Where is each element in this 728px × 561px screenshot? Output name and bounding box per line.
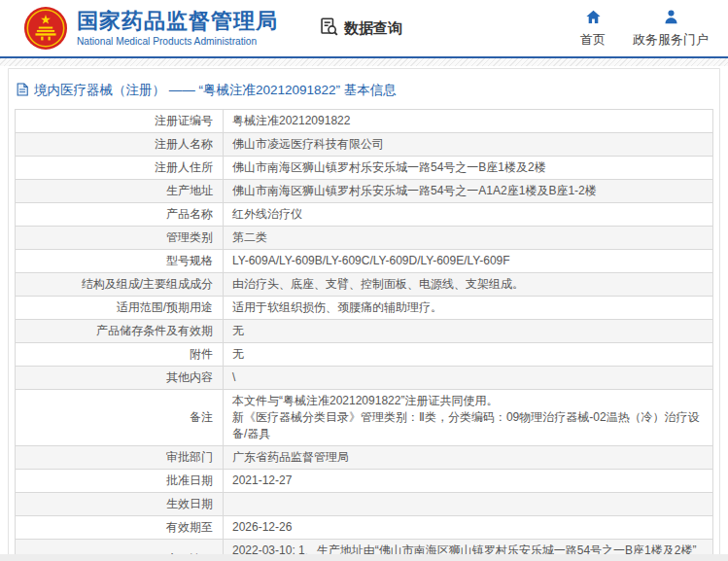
row-label: 注册人名称 (16, 133, 223, 156)
data-query-button[interactable]: 数据查询 (319, 17, 402, 41)
row-label: 审批部门 (16, 446, 223, 469)
row-label: 批准日期 (16, 470, 223, 492)
nav-gov-portal-label: 政务服务门户 (633, 31, 709, 49)
table-row: 产品储存条件及有效期 无 (16, 320, 712, 343)
person-icon (663, 9, 679, 29)
row-value: 广东省药品监督管理局 (223, 446, 712, 469)
row-value: 无 (223, 320, 712, 342)
national-emblem-icon (23, 6, 68, 51)
table-row: 生产地址 佛山市南海区狮山镇罗村乐安乐城一路54号之一A1A2座1楼及B座1-2… (16, 180, 712, 203)
row-label: 适用范围/预期用途 (16, 297, 223, 319)
content-box: 境内医疗器械（注册） —— “粤械注准20212091822” 基本信息 注册证… (8, 68, 720, 561)
row-value: 本文件与“粤械注准20212091822”注册证共同使用。 新《医疗器械分类目录… (223, 390, 712, 445)
table-row: 适用范围/预期用途 适用于软组织损伤、颈腰痛的辅助理疗。 (16, 297, 712, 320)
table-row: 有效期至 2026-12-26 (16, 516, 712, 540)
table-row: 审批部门 广东省药品监督管理局 (16, 446, 712, 470)
data-query-label: 数据查询 (344, 19, 402, 38)
row-value: 佛山市南海区狮山镇罗村乐安乐城一路54号之一A1A2座1楼及B座1-2楼 (223, 180, 712, 202)
row-value: 佛山市南海区狮山镇罗村乐安乐城一路54号之一B座1楼及2楼 (223, 157, 712, 179)
site-header: 国家药品监督管理局 National Medical Products Admi… (0, 0, 728, 58)
row-label: 有效期至 (16, 516, 223, 539)
row-value: 2026-12-26 (223, 516, 712, 539)
table-row: 注册人住所 佛山市南海区狮山镇罗村乐安乐城一路54号之一B座1楼及2楼 (16, 157, 712, 180)
page-bottom-strip (0, 554, 728, 561)
breadcrumb-text: 境内医疗器械（注册） —— “粤械注准20212091822” 基本信息 (34, 82, 397, 99)
row-label: 注册证编号 (16, 110, 223, 132)
row-value: LY-609A/LY-609B/LY-609C/LY-609D/LY-609E/… (223, 250, 712, 272)
row-label: 注册人住所 (16, 157, 223, 179)
table-row: 注册人名称 佛山市凌远医疗科技有限公司 (16, 133, 712, 157)
table-row: 型号规格 LY-609A/LY-609B/LY-609C/LY-609D/LY-… (16, 250, 712, 273)
row-label: 产品储存条件及有效期 (16, 320, 223, 342)
row-value: 适用于软组织损伤、颈腰痛的辅助理疗。 (223, 297, 712, 319)
table-row: 其他内容 \ (16, 367, 712, 390)
table-row: 批准日期 2021-12-27 (16, 470, 712, 493)
row-label: 其他内容 (16, 367, 223, 389)
row-value: 粤械注准20212091822 (223, 110, 712, 132)
table-row: 生效日期 (16, 493, 712, 516)
org-name-zh: 国家药品监督管理局 (77, 10, 278, 33)
header-nav: 首页 政务服务门户 (580, 9, 714, 49)
table-row: 注册证编号 粤械注准20212091822 (16, 110, 712, 133)
org-name-en: National Medical Products Administration (77, 36, 278, 47)
home-icon (585, 9, 602, 29)
row-value (223, 493, 712, 515)
row-label: 产品名称 (16, 203, 223, 226)
row-value: 红外线治疗仪 (223, 203, 712, 226)
row-label: 生效日期 (16, 493, 223, 515)
table-row: 结构及组成/主要组成成分 由治疗头、底座、支臂、控制面板、电源线、支架组成。 (16, 273, 712, 297)
table-row: 附件 无 (16, 343, 712, 367)
table-row: 产品名称 红外线治疗仪 (16, 203, 712, 227)
row-value: 佛山市凌远医疗科技有限公司 (223, 133, 712, 156)
row-label: 型号规格 (16, 250, 223, 272)
page-icon (17, 83, 28, 99)
row-label: 管理类别 (16, 227, 223, 249)
registration-info-table: 注册证编号 粤械注准20212091822 注册人名称 佛山市凌远医疗科技有限公… (15, 109, 713, 561)
row-label: 备注 (16, 390, 223, 445)
table-row: 备注 本文件与“粤械注准20212091822”注册证共同使用。 新《医疗器械分… (16, 390, 712, 446)
row-value: 由治疗头、底座、支臂、控制面板、电源线、支架组成。 (223, 273, 712, 296)
stripe-divider (0, 58, 728, 66)
nav-home[interactable]: 首页 (580, 9, 606, 49)
row-value: 无 (223, 343, 712, 366)
row-label: 生产地址 (16, 180, 223, 202)
row-value: 第二类 (223, 227, 712, 249)
row-label: 结构及组成/主要组成成分 (16, 273, 223, 296)
breadcrumb: 境内医疗器械（注册） —— “粤械注准20212091822” 基本信息 (15, 78, 713, 109)
agency-logo: 国家药品监督管理局 National Medical Products Admi… (23, 6, 278, 51)
table-row: 管理类别 第二类 (16, 227, 712, 250)
row-value: \ (223, 367, 712, 389)
row-label: 附件 (16, 343, 223, 366)
document-search-icon (319, 17, 339, 41)
nav-gov-portal[interactable]: 政务服务门户 (633, 9, 709, 49)
nav-home-label: 首页 (580, 31, 606, 49)
row-value: 2021-12-27 (223, 470, 712, 492)
